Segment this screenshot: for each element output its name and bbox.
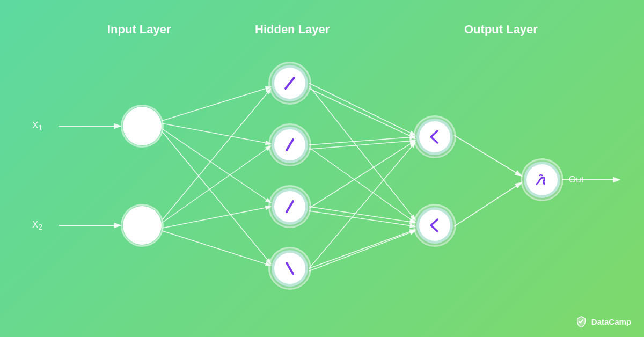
hidden-neuron-2 <box>272 127 308 163</box>
hidden-neuron-1 <box>272 65 308 101</box>
svg-line-5 <box>162 129 271 203</box>
svg-line-23 <box>454 135 522 176</box>
svg-line-22 <box>309 142 415 268</box>
svg-line-4 <box>162 123 271 144</box>
svg-line-8 <box>162 146 271 223</box>
svg-line-11 <box>309 83 415 135</box>
hidden-layer-label: Hidden Layer <box>255 23 330 36</box>
datacamp-shield-icon <box>575 316 587 327</box>
output-hidden-neuron-2 <box>416 207 453 244</box>
output-label: Out <box>569 174 583 185</box>
svg-line-19 <box>309 86 415 220</box>
svg-line-18 <box>309 231 415 271</box>
input-neuron-1 <box>123 107 162 145</box>
output-layer-label: Output Layer <box>464 23 538 36</box>
datacamp-logo: DataCamp <box>575 316 631 327</box>
svg-line-10 <box>162 231 271 266</box>
hidden-neuron-3 <box>272 188 308 225</box>
svg-line-21 <box>309 141 415 208</box>
svg-line-27 <box>287 140 293 150</box>
svg-line-12 <box>309 89 415 138</box>
svg-line-13 <box>309 137 415 145</box>
svg-line-6 <box>162 131 271 264</box>
svg-line-16 <box>309 211 415 226</box>
svg-line-28 <box>287 201 293 212</box>
svg-line-3 <box>162 87 271 121</box>
svg-line-26 <box>286 78 294 89</box>
input-x2-label: X2 <box>32 219 42 231</box>
svg-line-14 <box>309 141 415 149</box>
svg-line-20 <box>309 148 415 223</box>
svg-line-15 <box>309 207 415 223</box>
output-neuron <box>524 162 560 198</box>
svg-line-7 <box>162 89 271 220</box>
svg-line-24 <box>454 182 522 226</box>
input-neuron-2 <box>123 206 162 245</box>
svg-line-17 <box>309 230 415 268</box>
input-x1-label: X1 <box>32 120 42 132</box>
hidden-neuron-4 <box>272 250 308 287</box>
input-layer-label: Input Layer <box>107 23 171 36</box>
datacamp-label: DataCamp <box>591 317 631 326</box>
output-hidden-neuron-1 <box>416 119 453 155</box>
svg-line-9 <box>162 207 271 228</box>
svg-line-29 <box>287 263 293 274</box>
